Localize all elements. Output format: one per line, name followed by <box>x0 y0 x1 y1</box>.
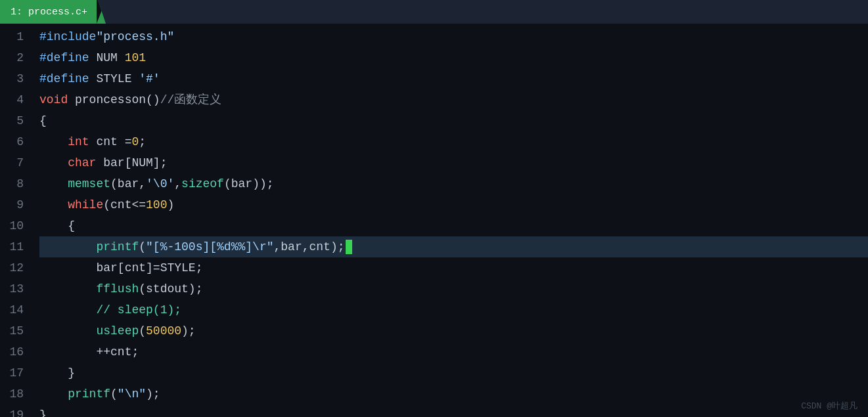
code-line-13: fflush(stdout); <box>39 278 868 299</box>
editor-container: 1: process.c+ 1 2 3 4 5 6 7 8 9 10 11 12… <box>0 0 868 417</box>
line-num-13: 13 <box>0 278 24 299</box>
code-area: 1 2 3 4 5 6 7 8 9 10 11 12 13 14 15 16 1… <box>0 24 868 417</box>
code-line-14: // sleep(1); <box>39 299 868 320</box>
code-line-17: } <box>39 362 868 384</box>
code-line-19: } <box>39 405 868 417</box>
line-num-9: 9 <box>0 194 24 215</box>
code-line-3: #define STYLE '#' <box>39 68 868 89</box>
code-line-2: #define NUM 101 <box>39 47 868 68</box>
line-num-14: 14 <box>0 299 24 320</box>
code-line-12: bar[cnt]=STYLE; <box>39 257 868 278</box>
code-line-15: usleep(50000); <box>39 320 868 341</box>
code-line-5: { <box>39 110 868 131</box>
line-num-3: 3 <box>0 68 24 89</box>
line-num-16: 16 <box>0 341 24 362</box>
line-numbers: 1 2 3 4 5 6 7 8 9 10 11 12 13 14 15 16 1… <box>0 24 34 417</box>
code-line-4: void proncesson()//函数定义 <box>39 89 868 110</box>
code-line-18: printf("\n"); <box>39 384 868 405</box>
code-content[interactable]: #include"process.h" #define NUM 101 #def… <box>34 24 868 417</box>
code-line-7: char bar[NUM]; <box>39 152 868 173</box>
tab-label: 1: process.c+ <box>11 7 87 18</box>
line-num-15: 15 <box>0 320 24 341</box>
code-line-8: memset(bar,'\0',sizeof(bar)); <box>39 173 868 194</box>
watermark: CSDN @叶超凡 <box>801 400 857 412</box>
line-num-11: 11 <box>0 236 24 257</box>
code-line-16: ++cnt; <box>39 341 868 362</box>
code-line-1: #include"process.h" <box>39 26 868 47</box>
line-num-17: 17 <box>0 362 24 384</box>
line-num-12: 12 <box>0 257 24 278</box>
line-num-7: 7 <box>0 152 24 173</box>
line-num-5: 5 <box>0 110 24 131</box>
line-num-6: 6 <box>0 131 24 152</box>
line-num-8: 8 <box>0 173 24 194</box>
line-num-19: 19 <box>0 405 24 417</box>
code-line-11: printf("[%-100s][%d%%]\r",bar,cnt); <box>39 236 868 257</box>
tab-bar[interactable]: 1: process.c+ <box>0 0 868 24</box>
line-num-2: 2 <box>0 47 24 68</box>
code-line-6: int cnt =0; <box>39 131 868 152</box>
code-line-9: while(cnt<=100) <box>39 194 868 215</box>
line-num-1: 1 <box>0 26 24 47</box>
line-num-18: 18 <box>0 384 24 405</box>
line-num-10: 10 <box>0 215 24 236</box>
line-num-4: 4 <box>0 89 24 110</box>
code-line-10: { <box>39 215 868 236</box>
tab-process[interactable]: 1: process.c+ <box>0 0 106 24</box>
